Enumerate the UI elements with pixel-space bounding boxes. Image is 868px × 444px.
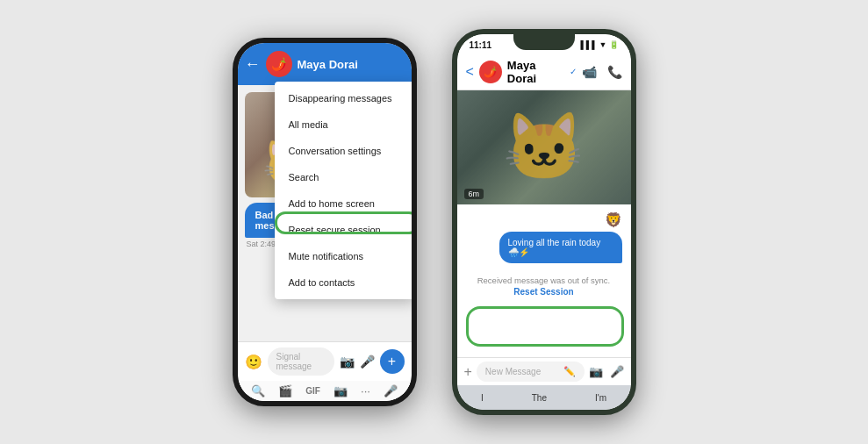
status-time: 11:11 <box>470 40 492 50</box>
keyboard-word-2[interactable]: The <box>532 393 547 403</box>
ios-screen: 11:11 ▌▌▌ ▼ 🔋 < 🌶️ Maya Dorai ✓ 📹 📞 🐱 <box>457 34 631 410</box>
image-timestamp: 6m <box>464 189 484 199</box>
nav-gif[interactable]: GIF <box>305 386 320 396</box>
keyboard-word-3[interactable]: I'm <box>595 393 606 403</box>
ios-video-button[interactable]: 📹 <box>582 65 597 79</box>
ios-message-input[interactable]: New Message ✏️ <box>477 362 585 382</box>
ios-input-row: + New Message ✏️ 📷 🎤 <box>457 357 631 385</box>
ios-camera-icon[interactable]: 📷 <box>589 365 603 378</box>
ios-keyboard-hint: I The I'm <box>457 385 631 410</box>
nav-mic[interactable]: 🎤 <box>384 384 398 397</box>
menu-item-mute[interactable]: Mute notifications <box>275 243 412 269</box>
verified-badge: ✓ <box>570 67 577 76</box>
ios-call-button[interactable]: 📞 <box>607 65 622 79</box>
menu-item-search[interactable]: Search <box>275 164 412 190</box>
contact-name: Maya Dorai <box>298 58 405 71</box>
nav-media[interactable]: 🎬 <box>278 384 292 397</box>
reset-session-link[interactable]: Reset Session <box>466 287 622 297</box>
back-button[interactable]: ← <box>245 55 261 74</box>
android-screen: ← 🌶️ Maya Dorai Disappearing messages Al… <box>238 43 412 401</box>
menu-item-reset-session[interactable]: Reset secure session <box>275 217 412 243</box>
menu-item-disappearing[interactable]: Disappearing messages <box>275 85 412 111</box>
android-nav-bar: 🔍 🎬 GIF 📷 ··· 🎤 <box>238 381 412 401</box>
nav-more[interactable]: ··· <box>361 384 370 397</box>
avatar: 🌶️ <box>266 51 292 77</box>
menu-item-add-contacts[interactable]: Add to contacts <box>275 269 412 296</box>
mic-button[interactable]: 🎤 <box>360 354 375 369</box>
ios-contact-name: Maya Dorai <box>507 59 564 85</box>
ios-avatar: 🌶️ <box>479 61 502 83</box>
send-fab[interactable]: + <box>380 349 405 374</box>
ios-plus-button[interactable]: + <box>464 364 472 380</box>
ios-bottom-icons: 📷 🎤 <box>589 365 624 378</box>
emoji-reaction: 🦁 <box>466 211 622 228</box>
android-header: ← 🌶️ Maya Dorai <box>238 43 412 85</box>
sync-notice: Received message was out of sync. <box>466 276 622 285</box>
nav-search[interactable]: 🔍 <box>251 384 265 397</box>
menu-item-all-media[interactable]: All media <box>275 111 412 138</box>
ios-notch <box>513 34 575 50</box>
ios-phone: 11:11 ▌▌▌ ▼ 🔋 < 🌶️ Maya Dorai ✓ 📹 📞 🐱 <box>452 29 636 415</box>
message-input[interactable]: Signal message <box>268 347 334 376</box>
ios-header: < 🌶️ Maya Dorai ✓ 📹 📞 <box>457 54 631 90</box>
android-phone: ← 🌶️ Maya Dorai Disappearing messages Al… <box>233 38 417 406</box>
ios-header-actions: 📹 📞 <box>582 65 622 79</box>
cat-image-ios: 🐱 6m <box>457 90 631 204</box>
status-icons: ▌▌▌ ▼ 🔋 <box>580 40 618 49</box>
annotation-circle-ios <box>466 306 624 347</box>
menu-item-add-home[interactable]: Add to home screen <box>275 190 412 217</box>
menu-item-conversation-settings[interactable]: Conversation settings <box>275 138 412 164</box>
ios-chat-area: 🦁 Loving all the rain today 🌧️⚡ Received… <box>457 204 631 309</box>
keyboard-word-1[interactable]: I <box>481 393 484 403</box>
nav-camera[interactable]: 📷 <box>334 384 348 397</box>
emoji-button[interactable]: 🙂 <box>245 354 262 370</box>
ios-back-button[interactable]: < <box>466 64 474 80</box>
ios-mic-icon[interactable]: 🎤 <box>610 365 624 378</box>
sent-bubble: Loving all the rain today 🌧️⚡ <box>499 232 622 263</box>
dropdown-menu: Disappearing messages All media Conversa… <box>275 82 412 299</box>
camera-button[interactable]: 📷 <box>340 354 355 369</box>
message-input-row: 🙂 Signal message 📷 🎤 + <box>238 342 412 381</box>
android-bottom-bar: 🙂 Signal message 📷 🎤 + 🔍 🎬 GIF 📷 ··· 🎤 <box>238 341 412 401</box>
